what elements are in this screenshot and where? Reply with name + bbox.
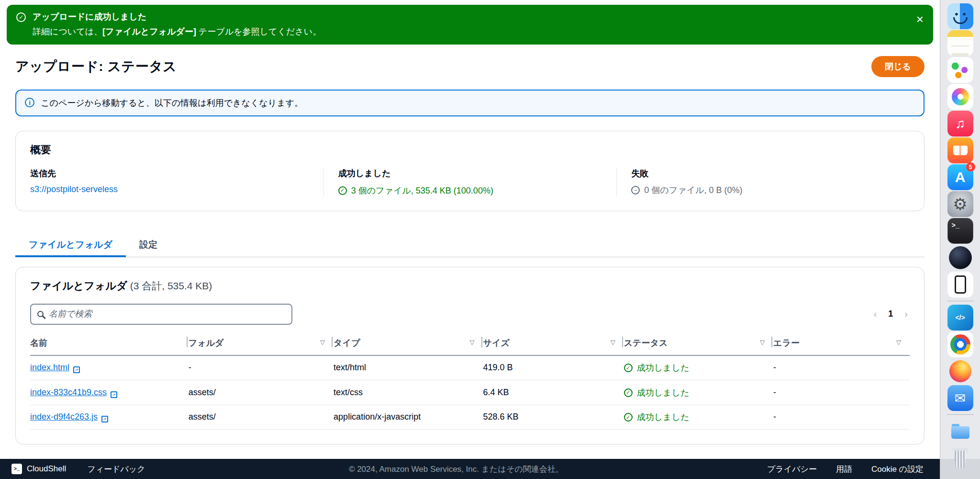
column-header-error[interactable]: エラー▽ <box>773 332 910 355</box>
tab-files-and-folders[interactable]: ファイルとフォルダ <box>15 232 126 257</box>
terms-link[interactable]: 用語 <box>836 464 852 475</box>
books-icon[interactable] <box>947 137 973 163</box>
cloudshell-button[interactable]: >_ CloudShell <box>11 464 66 474</box>
firefox-icon[interactable] <box>947 358 973 384</box>
cell-size: 528.6 KB <box>483 405 624 430</box>
cell-error: - <box>773 380 910 405</box>
status-success-badge: ✓成功しました <box>624 387 690 399</box>
summary-destination: 送信先 s3://postpilot-serveless <box>30 168 323 196</box>
cell-type: text/html <box>334 355 483 380</box>
status-success-badge: ✓成功しました <box>624 411 690 423</box>
dock-separator <box>947 301 974 301</box>
column-header-type[interactable]: タイプ▽ <box>334 332 483 355</box>
cell-folder: - <box>189 355 334 380</box>
tabs: ファイルとフォルダ 設定 <box>15 232 924 257</box>
external-link-icon: ↗ <box>101 416 108 422</box>
column-header-folder[interactable]: フォルダ▽ <box>189 332 334 355</box>
info-alert: i このページから移動すると、以下の情報は利用できなくなります。 <box>15 90 924 116</box>
music-icon-glyph: ♫ <box>955 116 965 131</box>
close-button[interactable]: 閉じる <box>871 56 924 77</box>
cell-size: 6.4 KB <box>483 380 624 405</box>
music-icon[interactable]: ♫ <box>947 111 973 137</box>
privacy-link[interactable]: プライバシー <box>767 464 817 475</box>
filter-icon[interactable]: ▽ <box>470 339 475 346</box>
pagination-next-icon[interactable]: › <box>904 308 908 319</box>
flashbar-close-button[interactable]: × <box>916 13 924 25</box>
file-link[interactable]: index.html <box>30 363 69 372</box>
pagination-prev-icon[interactable]: ‹ <box>874 308 877 319</box>
failed-value: 0 個のファイル, 0 B (0%) <box>644 184 742 196</box>
summary-failed: 失敗 – 0 個のファイル, 0 B (0%) <box>616 168 910 196</box>
dock-separator <box>947 414 974 415</box>
settings-icon-glyph: ⚙ <box>953 194 967 214</box>
notes-icon[interactable] <box>947 30 973 56</box>
filter-icon[interactable]: ▽ <box>320 339 325 346</box>
app-store-icon[interactable]: A5 <box>947 164 973 190</box>
search-box <box>30 304 292 325</box>
cloudshell-icon: >_ <box>11 464 22 474</box>
success-flashbar: ✓ アップロードに成功しました 詳細については、[ファイルとフォルダー] テーブ… <box>7 5 933 45</box>
filter-icon[interactable]: ▽ <box>760 339 765 346</box>
status-success-badge: ✓成功しました <box>624 362 690 374</box>
flashbar-message-bold: [ファイルとフォルダー] <box>102 27 196 36</box>
destination-link[interactable]: s3://postpilot-serveless <box>30 184 118 194</box>
succeeded-label: 成功しました <box>338 168 605 179</box>
file-link[interactable]: index-d9f4c263.js <box>30 412 98 422</box>
file-link[interactable]: index-833c41b9.css <box>30 388 107 397</box>
console-footer: >_ CloudShell フィードバック © 2024, Amazon Web… <box>0 459 980 479</box>
trash-icon[interactable] <box>947 445 973 471</box>
chrome-icon[interactable] <box>947 331 973 357</box>
cell-error: - <box>773 355 910 380</box>
external-link-icon: ↗ <box>73 366 80 373</box>
downloads-folder-icon[interactable] <box>947 418 973 444</box>
cell-type: application/x-javascript <box>334 405 483 430</box>
vscode-icon[interactable]: </> <box>947 305 973 331</box>
flashbar-title: アップロードに成功しました <box>33 11 321 23</box>
cell-name: index-d9f4c263.js↗ <box>30 405 189 430</box>
cloudshell-label: CloudShell <box>27 464 66 474</box>
failed-status: – 0 個のファイル, 0 B (0%) <box>631 184 742 196</box>
column-divider <box>771 337 772 347</box>
stopped-circle-icon: – <box>631 186 640 194</box>
filter-icon[interactable]: ▽ <box>611 339 615 346</box>
mail-icon[interactable]: ✉ <box>947 385 973 411</box>
summary-succeeded: 成功しました ✓ 3 個のファイル, 535.4 KB (100.00%) <box>323 168 617 196</box>
filter-icon[interactable]: ▽ <box>896 339 901 346</box>
files-counter: (3 合計, 535.4 KB) <box>130 280 212 291</box>
column-header-size[interactable]: サイズ▽ <box>483 332 624 355</box>
check-circle-icon: ✓ <box>338 186 347 195</box>
page-title: アップロード: ステータス <box>15 57 177 76</box>
s3-upload-status-page: ✓ アップロードに成功しました 詳細については、[ファイルとフォルダー] テーブ… <box>0 0 940 459</box>
files-table: 名前 フォルダ▽ タイプ▽ サイズ▽ ステータス▽ エラー▽ index.htm… <box>30 332 910 430</box>
column-divider <box>622 337 623 347</box>
terminal-icon[interactable]: >_ <box>947 218 973 244</box>
check-circle-icon: ✓ <box>624 388 633 397</box>
check-circle-icon: ✓ <box>624 364 633 372</box>
finder-icon[interactable] <box>947 3 973 29</box>
column-header-status[interactable]: ステータス▽ <box>624 332 773 355</box>
copyright-text: © 2024, Amazon Web Services, Inc. またはその関… <box>349 464 564 475</box>
tab-settings[interactable]: 設定 <box>126 232 171 257</box>
terminal-icon-glyph: >_ <box>952 222 960 229</box>
cell-status: ✓成功しました <box>624 355 773 380</box>
table-header-row: 名前 フォルダ▽ タイプ▽ サイズ▽ ステータス▽ エラー▽ <box>30 332 910 355</box>
cookie-settings-link[interactable]: Cookie の設定 <box>871 464 924 475</box>
flashbar-message: 詳細については、[ファイルとフォルダー] テーブルを参照してください。 <box>33 26 321 37</box>
iphone-mirroring-icon[interactable] <box>947 272 973 297</box>
flashbar-message-prefix: 詳細については、 <box>33 27 102 36</box>
files-title-text: ファイルとフォルダ <box>30 280 127 292</box>
feedback-link[interactable]: フィードバック <box>87 464 145 475</box>
photos-icon[interactable] <box>947 84 973 110</box>
files-table-card: ファイルとフォルダ (3 合計, 535.4 KB) ‹ 1 › <box>15 267 924 445</box>
dark-disc-app-icon[interactable] <box>947 245 973 271</box>
settings-icon[interactable]: ⚙ <box>947 191 973 217</box>
column-header-name[interactable]: 名前 <box>30 332 189 355</box>
pagination-current-page[interactable]: 1 <box>888 309 893 319</box>
freeform-icon[interactable] <box>947 57 973 83</box>
table-row: index-833c41b9.css↗ assets/ text/css 6.4… <box>30 380 910 405</box>
cell-status: ✓成功しました <box>624 405 773 430</box>
info-alert-text: このページから移動すると、以下の情報は利用できなくなります。 <box>41 97 303 109</box>
macos-dock: ♫A5⚙>_</>✉ <box>940 0 980 479</box>
cell-folder: assets/ <box>189 405 334 430</box>
search-input[interactable] <box>49 309 285 319</box>
